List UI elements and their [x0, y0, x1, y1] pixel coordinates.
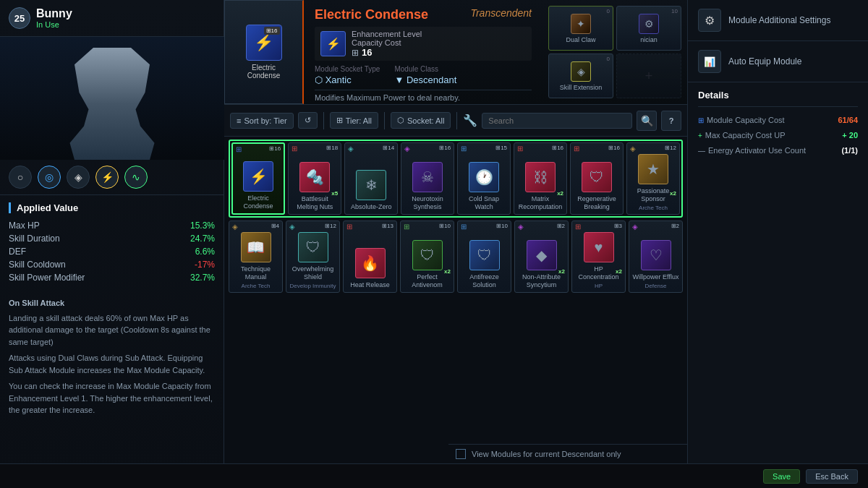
refresh-btn[interactable]: ↺	[298, 112, 318, 129]
plus-icon: +	[698, 132, 702, 140]
stat-def-label: DEF	[9, 247, 26, 257]
detail-capacity-label: ⊞ Module Capacity Cost	[698, 116, 785, 124]
filter-divider-2	[384, 112, 385, 129]
module-card-matrix-recomputation[interactable]: ⊞ ⊞16 ⛓ x2 Matrix Recomputation	[514, 142, 567, 215]
module-icon: 🛡	[582, 162, 612, 192]
module-card-technique-manual[interactable]: ◈ ⊞4 📖 Technique Manual Arche Tech	[229, 221, 283, 293]
module-card-electric-condense[interactable]: ⊞ ⊞16 ⚡ Electric Condense	[231, 142, 285, 215]
module-name: Heat Release	[350, 281, 390, 289]
module-name: Regenerative Breaking	[574, 195, 620, 211]
character-silhouette	[65, 48, 159, 160]
sort-btn[interactable]: ≡ Sort by: Tier	[230, 113, 294, 129]
module-name: Neurotoxin Synthesis	[404, 195, 451, 211]
tool-icon: 🔧	[463, 114, 477, 127]
module-card-regenerative-breaking[interactable]: ⊞ ⊞16 🛡 Regenerative Breaking	[570, 142, 624, 215]
tier-badge: ⊞3	[614, 223, 622, 229]
skill-icon-5[interactable]: ∿	[124, 166, 148, 189]
stat-skill-cooldown: Skill Cooldown -17%	[9, 258, 215, 271]
skill-icons-row: ○ ◎ ◈ ⚡ ∿	[0, 160, 224, 195]
stat-max-hp-label: Max HP	[9, 221, 40, 231]
search-icon-btn[interactable]: 🔍	[637, 111, 657, 131]
capacity-label: Capacity Cost	[352, 38, 526, 47]
module-icon: ♡	[641, 240, 671, 270]
skill-icon-3[interactable]: ◈	[67, 166, 90, 189]
slot-dual-claw[interactable]: 0 ✦ Dual Claw	[548, 6, 613, 51]
socket-badge: ⊞	[575, 223, 581, 231]
tier-badge: ⊞12	[665, 145, 676, 151]
tier-badge: ⊞14	[383, 145, 394, 151]
stack-badge: x2	[616, 268, 622, 275]
tier-btn[interactable]: ⊞ Tier: All	[330, 112, 378, 129]
module-name: Willpower Efflux	[633, 273, 679, 281]
enhancement-row: ⚡ Enhancement Level Capacity Cost ⊞ 16	[315, 27, 532, 61]
skill-icon-1[interactable]: ○	[9, 166, 32, 189]
tier-badge: ⊞16	[269, 145, 281, 152]
socket-icon: ⬡	[397, 116, 404, 125]
skill-icon-4[interactable]: ⚡	[95, 166, 119, 189]
module-card-overwhelming-shield[interactable]: ◈ ⊞12 🛡 Overwhelming Shield Develop Immu…	[286, 221, 340, 293]
module-name: Perfect Antivenom	[404, 273, 451, 289]
energy-icon: —	[698, 147, 705, 155]
module-card-hp-concentration[interactable]: ⊞ ⊞3 ♥ x2 HP Concentration HP	[571, 221, 626, 293]
stat-skill-cooldown-value: -17%	[195, 260, 215, 270]
stat-skill-power-label: Skill Power Modifier	[9, 273, 85, 283]
module-name: Matrix Recomputation	[517, 195, 563, 211]
stat-max-hp: Max HP 15.3%	[9, 219, 215, 232]
view-modules-checkbox[interactable]	[456, 449, 466, 459]
module-card-antifreeze-solution[interactable]: ⊞ ⊞10 🛡 Antifreeze Solution	[457, 221, 511, 293]
right-panel: ⚙ Module Additional Settings 📊 Auto Equi…	[687, 0, 868, 488]
dual-claw-name: Dual Claw	[566, 36, 595, 43]
module-icon: ⛓	[525, 162, 556, 192]
module-card-cold-snap-watch[interactable]: ⊞ ⊞15 🕐 Cold Snap Watch	[457, 142, 511, 215]
module-card-perfect-antivenom[interactable]: ⊞ ⊞10 🛡 x2 Perfect Antivenom	[400, 221, 454, 293]
tier-badge: ⊞16	[552, 145, 563, 151]
module-card-willpower-efflux[interactable]: ◈ ⊞2 ♡ Willpower Efflux Defense	[629, 221, 683, 293]
capacity-icon: ⊞	[698, 116, 704, 124]
on-skill-attack-desc1: Landing a skill attack deals 60% of own …	[9, 312, 215, 348]
slot-technician[interactable]: 10 ⚙ nician	[616, 6, 681, 51]
module-card-non-attribute-syncytium[interactable]: ◈ ⊞2 ◆ x2 Non-Attribute Syncytium	[514, 221, 569, 293]
auto-equip-btn[interactable]: 📊 Auto Equip Module	[688, 41, 868, 82]
module-additional-settings-btn[interactable]: ⚙ Module Additional Settings	[688, 0, 868, 41]
skill-icon-2[interactable]: ◎	[38, 166, 61, 189]
module-icon: 🛡	[469, 240, 500, 270]
tier-badge: ⊞12	[325, 223, 336, 229]
module-subtype: HP	[595, 283, 603, 289]
module-card-absolute-zero[interactable]: ◈ ⊞14 ❄ Absolute-Zero	[344, 142, 398, 215]
module-name: Cold Snap Watch	[461, 195, 507, 211]
module-name: Overwhelming Shield	[289, 265, 336, 281]
socket-badge: ◈	[232, 223, 238, 231]
module-name: Electric Condense	[236, 194, 281, 210]
help-btn[interactable]: ?	[661, 111, 681, 131]
tier-badge: ⊞13	[382, 223, 393, 229]
module-name: Absolute-Zero	[351, 203, 392, 211]
socket-btn[interactable]: ⬡ Socket: All	[391, 112, 451, 129]
detail-energy-value: (1/1)	[841, 146, 858, 155]
search-input[interactable]	[482, 113, 632, 129]
module-name: Non-Attribute Syncytium	[518, 273, 565, 289]
stat-skill-cooldown-label: Skill Cooldown	[9, 260, 66, 270]
detail-energy-activator: — Energy Activator Use Count (1/1)	[698, 143, 858, 158]
module-subtype: Defense	[645, 283, 667, 289]
in-use-label: In Use	[36, 20, 72, 29]
module-card-heat-release[interactable]: ⊞ ⊞13 🔥 Heat Release	[343, 221, 397, 293]
tier-badge: ⊞18	[326, 145, 338, 151]
character-portrait	[0, 37, 224, 160]
equipped-module-electric[interactable]: ⚡ ⊞16 ElectricCondense	[224, 0, 304, 104]
socket-badge: ⊞	[236, 145, 242, 153]
tier-badge: ⊞2	[671, 223, 679, 229]
layers-icon: ⊞	[336, 116, 343, 125]
module-card-passionate-sponsor[interactable]: ◈ ⊞12 ★ x2 Passionate Sponsor Arche Tech	[626, 142, 680, 215]
module-icon: ⚡	[243, 161, 273, 192]
detail-capacity-value: 61/64	[838, 116, 858, 124]
module-card-battlesuit-melting-nuts[interactable]: ⊞ ⊞18 🔩 x5 Battlesuit Melting Nuts	[288, 142, 341, 215]
stat-skill-duration-value: 24.7%	[190, 234, 215, 244]
save-button[interactable]: Save	[763, 469, 800, 484]
stat-skill-duration: Skill Duration 24.7%	[9, 232, 215, 245]
slot-empty[interactable]: +	[616, 53, 681, 98]
module-grid-row-2: ◈ ⊞4 📖 Technique Manual Arche Tech ◈ ⊞12…	[229, 221, 683, 293]
on-skill-attack-section: On Skill Attack Landing a skill attack d…	[0, 291, 224, 422]
back-button[interactable]: Esc Back	[806, 469, 858, 484]
slot-skill-extension[interactable]: 0 ◈ Skill Extension	[548, 53, 613, 98]
module-card-neurotoxin-synthesis[interactable]: ◈ ⊞16 ☠ Neurotoxin Synthesis	[401, 142, 454, 215]
